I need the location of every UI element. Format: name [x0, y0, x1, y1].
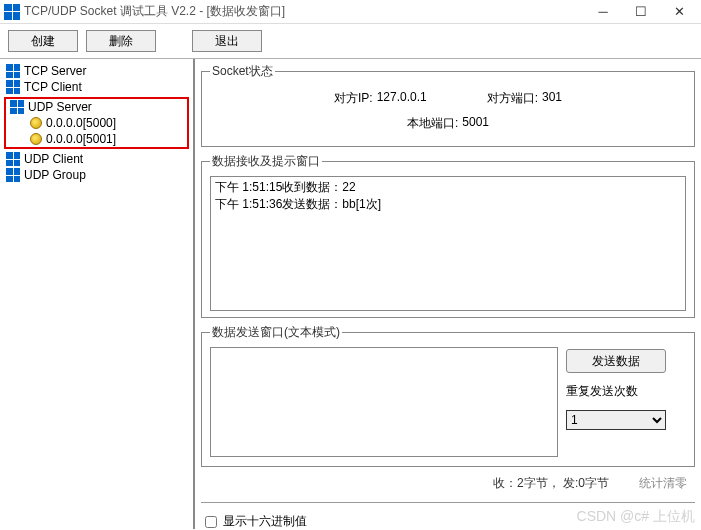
title-bar: TCP/UDP Socket 调试工具 V2.2 - [数据收发窗口] ─ ☐ … — [0, 0, 701, 24]
tree-label: UDP Server — [28, 100, 92, 114]
tree-udp-client[interactable]: UDP Client — [2, 151, 191, 167]
node-icon — [10, 100, 24, 114]
connection-icon — [30, 117, 42, 129]
send-button[interactable]: 发送数据 — [566, 349, 666, 373]
stats-reset-button[interactable]: 统计清零 — [639, 475, 687, 492]
tree-udp-group[interactable]: UDP Group — [2, 167, 191, 183]
tree-udp-server[interactable]: UDP Server — [6, 99, 187, 115]
content-area: TCP Server TCP Client UDP Server 0.0.0.0… — [0, 59, 701, 529]
tree-label: TCP Server — [24, 64, 86, 78]
minimize-button[interactable]: ─ — [593, 4, 613, 19]
main-panel: Socket状态 对方IP: 127.0.0.1 对方端口: 301 本地端口: — [195, 59, 701, 529]
tree-label: UDP Group — [24, 168, 86, 182]
tree-tcp-client[interactable]: TCP Client — [2, 79, 191, 95]
recv-legend: 数据接收及提示窗口 — [210, 153, 322, 170]
sidebar-tree[interactable]: TCP Server TCP Client UDP Server 0.0.0.0… — [0, 59, 195, 529]
hex-row: 显示十六进制值 — [201, 511, 695, 529]
tree-udp-conn-5001[interactable]: 0.0.0.0[5001] — [6, 131, 187, 147]
socket-status-legend: Socket状态 — [210, 63, 275, 80]
hex-checkbox[interactable] — [205, 516, 217, 528]
peer-ip: 对方IP: 127.0.0.1 — [334, 90, 427, 107]
repeat-label: 重复发送次数 — [566, 383, 686, 400]
recv-group: 数据接收及提示窗口 下午 1:51:15收到数据：22 下午 1:51:36发送… — [201, 153, 695, 318]
window-title: TCP/UDP Socket 调试工具 V2.2 - [数据收发窗口] — [24, 3, 593, 20]
separator — [201, 502, 695, 503]
send-legend: 数据发送窗口(文本模式) — [210, 324, 342, 341]
node-icon — [6, 64, 20, 78]
hex-label: 显示十六进制值 — [223, 513, 307, 529]
stats-recv: 收：2字节， 发:0字节 — [493, 475, 609, 492]
exit-button[interactable]: 退出 — [192, 30, 262, 52]
tree-udp-conn-5000[interactable]: 0.0.0.0[5000] — [6, 115, 187, 131]
stats-row: 收：2字节， 发:0字节 统计清零 — [201, 473, 695, 494]
create-button[interactable]: 创建 — [8, 30, 78, 52]
send-textarea[interactable] — [210, 347, 558, 457]
send-group: 数据发送窗口(文本模式) 发送数据 重复发送次数 1 — [201, 324, 695, 467]
close-button[interactable]: ✕ — [669, 4, 689, 19]
peer-port: 对方端口: 301 — [487, 90, 562, 107]
highlighted-group: UDP Server 0.0.0.0[5000] 0.0.0.0[5001] — [4, 97, 189, 149]
node-icon — [6, 80, 20, 94]
recv-log[interactable]: 下午 1:51:15收到数据：22 下午 1:51:36发送数据：bb[1次] — [210, 176, 686, 311]
tree-label: UDP Client — [24, 152, 83, 166]
connection-icon — [30, 133, 42, 145]
tree-tcp-server[interactable]: TCP Server — [2, 63, 191, 79]
delete-button[interactable]: 删除 — [86, 30, 156, 52]
node-icon — [6, 152, 20, 166]
local-port: 本地端口: 5001 — [407, 115, 489, 132]
tree-label: 0.0.0.0[5001] — [46, 132, 116, 146]
node-icon — [6, 168, 20, 182]
window-controls: ─ ☐ ✕ — [593, 4, 697, 19]
app-icon — [4, 4, 20, 20]
socket-status-group: Socket状态 对方IP: 127.0.0.1 对方端口: 301 本地端口: — [201, 63, 695, 147]
tree-label: 0.0.0.0[5000] — [46, 116, 116, 130]
maximize-button[interactable]: ☐ — [631, 4, 651, 19]
toolbar: 创建 删除 退出 — [0, 24, 701, 59]
repeat-count-select[interactable]: 1 — [566, 410, 666, 430]
tree-label: TCP Client — [24, 80, 82, 94]
